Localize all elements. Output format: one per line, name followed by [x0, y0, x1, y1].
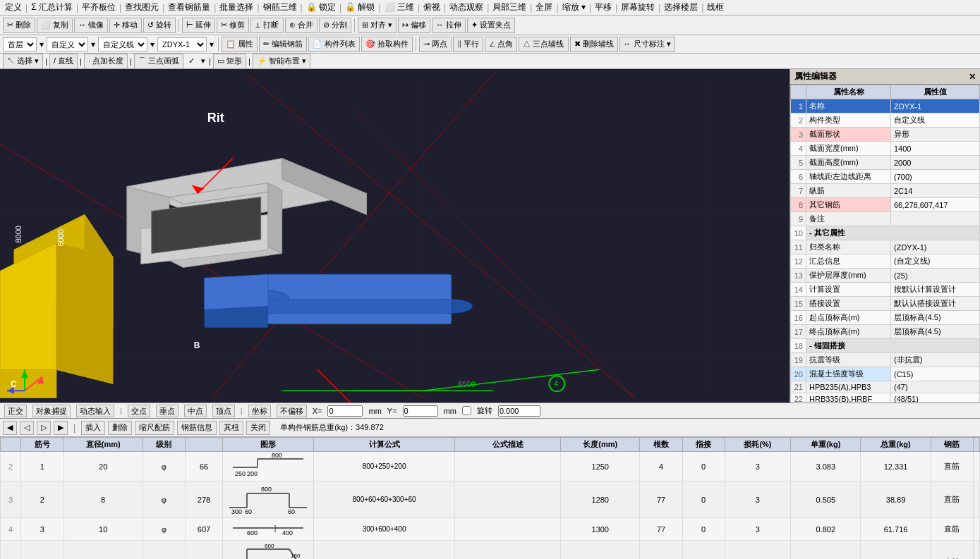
prop-row[interactable]: 4 截面宽度(mm) 1400	[791, 142, 980, 156]
btn-twopoint[interactable]: ⊸ 两点	[419, 37, 452, 52]
btn-parallel[interactable]: ∥ 平行	[453, 37, 483, 52]
btn-merge[interactable]: ⊕ 合并	[285, 18, 317, 33]
prop-row[interactable]: 19 抗震等级 (非抗震)	[791, 353, 980, 367]
menu-pan[interactable]: 平移	[595, 1, 612, 13]
btn-trim[interactable]: ✂ 修剪	[217, 18, 249, 33]
btn-snap[interactable]: 对象捕捉	[32, 405, 71, 417]
btn-close[interactable]: 关闭	[246, 421, 270, 435]
menu-top-view[interactable]: 俯视	[423, 1, 440, 13]
btn-nav-prev[interactable]: ◀	[3, 421, 17, 435]
btn-coord[interactable]: 坐标	[248, 405, 271, 417]
prop-row[interactable]: 8 其它钢筋 66,278,607,417	[791, 198, 980, 212]
btn-insert[interactable]: 插入	[81, 421, 105, 435]
prop-row[interactable]: 21 HPB235(A),HPB3 (47)	[791, 381, 980, 393]
subtype-select[interactable]: 自定义线	[98, 37, 147, 51]
btn-rebar-info[interactable]: 钢筋信息	[177, 421, 217, 435]
btn-select[interactable]: ↖ 选择 ▾	[3, 54, 43, 69]
x-input[interactable]	[327, 405, 363, 417]
rotate-checkbox[interactable]	[462, 406, 471, 415]
btn-perp[interactable]: 垂点	[156, 405, 179, 417]
menu-find[interactable]: 查找图元	[125, 1, 159, 13]
prop-row[interactable]: 1 名称 ZDYX-1	[791, 99, 980, 113]
prop-row[interactable]: 6 轴线距左边线距离 (700)	[791, 170, 980, 184]
btn-edit-rebar[interactable]: ✏ 编辑钢筋	[259, 37, 307, 52]
panel-close[interactable]: ✕	[969, 72, 976, 82]
layer-select[interactable]: 首层	[3, 37, 37, 51]
btn-point-len[interactable]: · 点加长度	[84, 54, 128, 69]
menu-define[interactable]: 定义	[5, 1, 22, 13]
btn-line[interactable]: / 直线	[49, 54, 78, 69]
prop-row[interactable]: 20 混凝土强度等级 (C15)	[791, 367, 980, 381]
btn-intersect[interactable]: 交点	[128, 405, 150, 417]
viewport-3d[interactable]: 8000 8000 A 4000 4600 108 1 B C 4 3	[0, 69, 790, 403]
menu-rotate[interactable]: 屏幕旋转	[621, 1, 655, 13]
table-row[interactable]: 3 2 8 φ 278 3006080060 800+60+60+300+60 …	[1, 481, 980, 518]
btn-break[interactable]: ⊥ 打断	[250, 18, 283, 33]
btn-rect[interactable]: ▭ 矩形	[213, 54, 246, 69]
btn-move[interactable]: ✛ 移动	[109, 18, 142, 33]
btn-three-aux[interactable]: △ 三点辅线	[519, 37, 568, 52]
prop-row[interactable]: 3 截面形状 异形	[791, 128, 980, 142]
prop-row[interactable]: 16 起点顶标高(m) 层顶标高(4.5)	[791, 311, 980, 325]
y-input[interactable]	[403, 405, 438, 417]
menu-view-rebar[interactable]: 查看钢筋量	[168, 1, 210, 13]
menu-fullscreen[interactable]: 全屏	[536, 1, 552, 13]
btn-nooffset[interactable]: 不偏移	[277, 405, 307, 417]
prop-row[interactable]: 5 截面高度(mm) 2000	[791, 156, 980, 170]
menu-lock[interactable]: 🔒 锁定	[306, 1, 336, 13]
btn-dimension[interactable]: ↔ 尺寸标注 ▾	[619, 37, 675, 52]
menu-unlock[interactable]: 🔓 解锁	[345, 1, 375, 13]
table-row[interactable]: 4 3 10 φ 607 600400 300+600+400 1300 77 …	[1, 518, 980, 541]
btn-midpoint[interactable]: 中点	[184, 405, 207, 417]
type-select[interactable]: 自定义	[47, 37, 88, 51]
btn-smart[interactable]: ⚡ 智能布置 ▾	[253, 54, 310, 69]
btn-stretch[interactable]: ↔ 拉伸	[432, 18, 466, 33]
btn-three-arc[interactable]: ⌒ 三点画弧	[134, 54, 183, 69]
btn-delete-row[interactable]: 删除	[108, 421, 132, 435]
btn-setpoint[interactable]: ✦ 设置夹点	[467, 18, 515, 33]
prop-row[interactable]: 11 归类名称 (ZDYX-1)	[791, 240, 980, 254]
btn-extend[interactable]: ⊢ 延伸	[182, 18, 215, 33]
id-select[interactable]: ZDYX-1	[157, 37, 207, 51]
prop-row[interactable]: 2 构件类型 自定义线	[791, 113, 980, 128]
btn-copy[interactable]: ⬜ 复制	[37, 18, 73, 33]
prop-row[interactable]: 18- 锚固搭接	[791, 339, 980, 353]
prop-row[interactable]: 10- 其它属性	[791, 226, 980, 240]
btn-nav-prev2[interactable]: ◁	[20, 421, 34, 435]
table-row[interactable]: 5 4 12 φ 417 300→800160200 800+250+60+30…	[1, 541, 980, 560]
menu-dynamic[interactable]: 动态观察	[449, 1, 483, 13]
btn-rotate[interactable]: ↺ 旋转	[143, 18, 176, 33]
prop-row[interactable]: 17 终点顶标高(m) 层顶标高(4.5)	[791, 325, 980, 339]
menu-align[interactable]: 平齐板位	[82, 1, 116, 13]
btn-pick[interactable]: 🎯 拾取构件	[361, 37, 413, 52]
rotate-input[interactable]	[498, 405, 540, 417]
menu-3d-rebar[interactable]: 钢筋三维	[263, 1, 297, 13]
prop-row[interactable]: 9 备注	[791, 212, 980, 226]
menu-floor[interactable]: 选择楼层	[664, 1, 698, 13]
btn-del-aux[interactable]: ✖ 删除辅线	[570, 37, 618, 52]
table-row[interactable]: 2 1 20 φ 66 250800200 800+250+200 1250 4…	[1, 452, 980, 481]
prop-row[interactable]: 15 搭接设置 默认认搭接设置计	[791, 297, 980, 311]
prop-row[interactable]: 22 HRB335(B),HRBF (48/51)	[791, 393, 980, 403]
rebar-table-scroll[interactable]: 筋号 直径(mm) 级别 图形 计算公式 公式描述 长度(mm) 根数 指接 损…	[0, 437, 980, 559]
btn-axle[interactable]: 其杻	[219, 421, 243, 435]
btn-align[interactable]: ⊞ 对齐 ▾	[358, 18, 397, 33]
btn-split[interactable]: ⊘ 分割	[319, 18, 351, 33]
btn-delete[interactable]: ✂ 删除	[3, 18, 35, 33]
btn-offset[interactable]: ↦ 偏移	[398, 18, 430, 33]
prop-row[interactable]: 12 汇总信息 (自定义线)	[791, 254, 980, 269]
btn-dynamic-input[interactable]: 动态输入	[76, 405, 114, 417]
btn-nav-next[interactable]: ▷	[37, 421, 51, 435]
prop-row[interactable]: 13 保护层厚度(mm) (25)	[791, 269, 980, 283]
btn-vertex[interactable]: 顶点	[212, 405, 235, 417]
btn-scale[interactable]: 缩尺配筋	[135, 421, 174, 435]
btn-mirror[interactable]: ↔ 镜像	[74, 18, 108, 33]
prop-row[interactable]: 7 纵筋 2C14	[791, 184, 980, 198]
menu-sum[interactable]: Σ 汇总计算	[31, 1, 73, 13]
btn-angle[interactable]: ∠ 点角	[485, 37, 517, 52]
menu-batch[interactable]: 批量选择	[219, 1, 253, 13]
menu-zoom[interactable]: 缩放 ▾	[562, 1, 586, 13]
btn-nav-next2[interactable]: ▶	[54, 421, 68, 435]
menu-local-3d[interactable]: 局部三维	[492, 1, 526, 13]
btn-properties[interactable]: 📋 属性	[222, 37, 258, 52]
